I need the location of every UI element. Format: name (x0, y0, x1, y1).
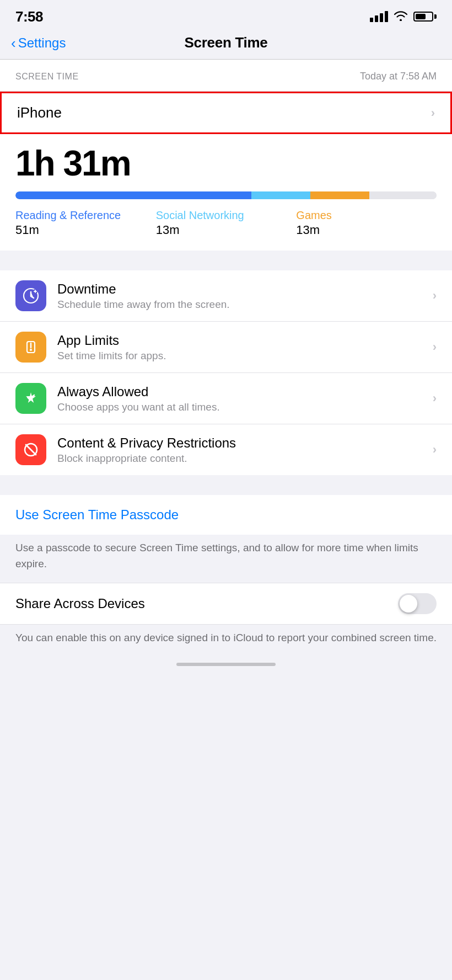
home-bar (176, 663, 276, 666)
total-time: 1h 31m (15, 143, 437, 184)
menu-section: Downtime Schedule time away from the scr… (0, 270, 452, 475)
reading-bar (15, 191, 251, 199)
alwaysallowed-title: Always Allowed (57, 384, 433, 400)
alwaysallowed-row[interactable]: Always Allowed Choose apps you want at a… (0, 373, 452, 424)
passcode-link[interactable]: Use Screen Time Passcode (15, 507, 437, 523)
content-chevron-icon: › (433, 443, 437, 457)
signal-bars-icon (370, 11, 388, 22)
share-toggle[interactable] (398, 593, 437, 614)
share-label: Share Across Devices (15, 596, 145, 611)
footer-text: You can enable this on any device signed… (15, 630, 437, 646)
screen-time-today-label: Today at 7:58 AM (360, 71, 437, 82)
section-divider-1 (0, 251, 452, 270)
games-bar (310, 191, 369, 199)
downtime-row[interactable]: Downtime Schedule time away from the scr… (0, 270, 452, 322)
downtime-icon (15, 280, 46, 311)
content-icon (15, 434, 46, 465)
back-label: Settings (18, 35, 66, 51)
categories-row: Reading & Reference 51m Social Networkin… (0, 204, 452, 251)
downtime-text: Downtime Schedule time away from the scr… (57, 281, 433, 311)
alwaysallowed-chevron-icon: › (433, 391, 437, 406)
battery-icon (413, 12, 437, 22)
games-time: 13m (296, 223, 437, 237)
status-icons (370, 10, 437, 24)
total-time-section: 1h 31m (0, 134, 452, 184)
social-time: 13m (156, 223, 297, 237)
passcode-section: Use Screen Time Passcode (0, 495, 452, 535)
wifi-icon (394, 10, 408, 24)
applimits-title: App Limits (57, 333, 433, 348)
passcode-description: Use a passcode to secure Screen Time set… (15, 540, 437, 572)
reading-label: Reading & Reference (15, 209, 156, 222)
content-subtitle: Block inappropriate content. (57, 452, 433, 465)
back-chevron-icon: ‹ (11, 36, 16, 50)
home-indicator (0, 657, 452, 677)
share-across-devices-row: Share Across Devices (0, 583, 452, 625)
back-button[interactable]: ‹ Settings (11, 35, 66, 51)
downtime-title: Downtime (57, 281, 433, 297)
device-name: iPhone (17, 104, 62, 121)
content-title: Content & Privacy Restrictions (57, 435, 433, 451)
screen-time-header: SCREEN TIME Today at 7:58 AM (0, 60, 452, 92)
progress-bar (15, 191, 437, 199)
applimits-icon (15, 332, 46, 363)
iphone-row[interactable]: iPhone › (0, 92, 452, 134)
screen-time-section-label: SCREEN TIME (15, 72, 79, 82)
category-social: Social Networking 13m (156, 209, 297, 237)
content-text: Content & Privacy Restrictions Block ina… (57, 435, 433, 465)
other-bar (369, 191, 437, 199)
nav-bar: ‹ Settings Screen Time (0, 30, 452, 60)
applimits-row[interactable]: App Limits Set time limits for apps. › (0, 322, 452, 373)
social-bar (251, 191, 310, 199)
category-reading: Reading & Reference 51m (15, 209, 156, 237)
applimits-chevron-icon: › (433, 340, 437, 354)
page-title: Screen Time (185, 34, 268, 51)
category-games: Games 13m (296, 209, 437, 237)
social-label: Social Networking (156, 209, 297, 222)
downtime-chevron-icon: › (433, 289, 437, 303)
games-label: Games (296, 209, 437, 222)
footer-description-section: You can enable this on any device signed… (0, 625, 452, 657)
reading-time: 51m (15, 223, 156, 237)
content-row[interactable]: Content & Privacy Restrictions Block ina… (0, 424, 452, 475)
status-time: 7:58 (15, 8, 43, 25)
applimits-subtitle: Set time limits for apps. (57, 350, 433, 362)
chevron-right-icon: › (431, 106, 435, 120)
svg-line-6 (26, 445, 36, 455)
section-divider-2 (0, 475, 452, 495)
downtime-subtitle: Schedule time away from the screen. (57, 299, 433, 311)
applimits-text: App Limits Set time limits for apps. (57, 333, 433, 362)
toggle-knob (400, 595, 417, 612)
status-bar: 7:58 (0, 0, 452, 30)
alwaysallowed-icon (15, 383, 46, 414)
svg-point-3 (30, 349, 32, 351)
passcode-description-section: Use a passcode to secure Screen Time set… (0, 535, 452, 572)
alwaysallowed-subtitle: Choose apps you want at all times. (57, 401, 433, 413)
progress-bar-container (0, 184, 452, 204)
alwaysallowed-text: Always Allowed Choose apps you want at a… (57, 384, 433, 413)
